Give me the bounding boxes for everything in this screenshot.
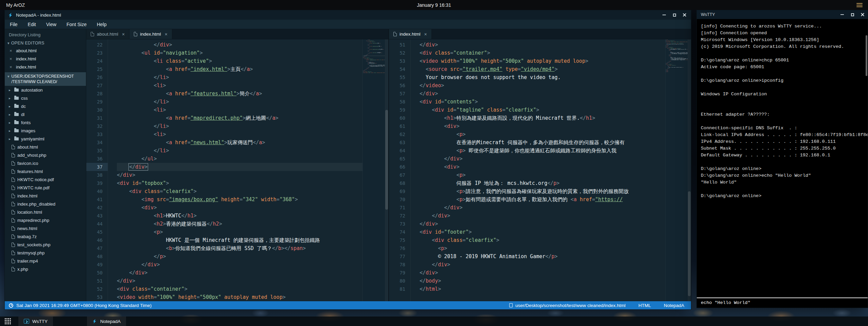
vertical-scrollbar[interactable]	[688, 39, 691, 301]
maximize-button[interactable]	[669, 10, 679, 20]
code-line: </li>	[117, 98, 362, 106]
window-controls	[837, 10, 868, 19]
folder-name: yamlyamlml	[21, 136, 45, 141]
file-icon	[134, 32, 137, 36]
code-line: </div>	[420, 155, 665, 163]
folder-item[interactable]: ▸yamlyamlml	[5, 135, 86, 143]
file-item[interactable]: add_vhost.php	[5, 151, 86, 159]
file-item[interactable]: test_sockets.php	[5, 241, 86, 249]
file-item[interactable]: features.html	[5, 167, 86, 175]
app-launcher-button[interactable]	[0, 317, 16, 326]
folder-item[interactable]: ▸autostation	[5, 86, 86, 94]
line-number: 32	[86, 122, 108, 130]
line-number: 79	[389, 269, 410, 277]
menu-item-edit[interactable]: Edit	[23, 22, 41, 27]
open-editor-item[interactable]: ×about.html	[5, 46, 86, 55]
hamburger-menu-icon[interactable]	[856, 3, 863, 7]
terminal-scrollbar-thumb[interactable]	[866, 35, 867, 76]
code-line: <p>如有問題或需要申請白名單，歡迎加入我們的 <a href="https:/…	[420, 195, 665, 204]
code-line: <div class="clearfix">	[117, 187, 362, 195]
folder-item[interactable]: ▸images	[5, 127, 86, 135]
open-editor-item[interactable]: ×index.html	[5, 55, 86, 63]
file-item[interactable]: teabag.7z	[5, 232, 86, 241]
statusbar-language[interactable]: HTML	[638, 303, 651, 308]
code-line: <a href="features.html">簡介</a>	[117, 90, 362, 98]
scrollbar-thumb[interactable]	[688, 191, 691, 296]
file-name: add_vhost.php	[17, 153, 46, 158]
code-editor[interactable]: </div><div class="container"><video widt…	[411, 39, 665, 301]
scrollbar-thumb[interactable]	[385, 110, 388, 209]
workspace-root-header[interactable]: ▾ USER:/DESKTOP/SCREENSHOT/TEST/WWW CLEA…	[5, 72, 86, 86]
tab-about.html[interactable]: about.html×	[86, 29, 129, 39]
tab-index.html[interactable]: index.html×	[129, 29, 172, 39]
tab-close-icon[interactable]: ×	[122, 32, 125, 37]
grid-icon	[5, 318, 11, 324]
taskbar-item-notepada[interactable]: NotepadA	[87, 317, 126, 326]
file-item[interactable]: index.php_disabled	[5, 200, 86, 208]
line-number: 55	[389, 73, 410, 81]
line-number-gutter: 5152535455565758596061626364656667686970…	[389, 39, 411, 301]
minimize-button[interactable]	[659, 10, 669, 20]
file-item[interactable]: testmysql.php	[5, 249, 86, 257]
file-item[interactable]: index.html	[5, 192, 86, 200]
file-item[interactable]: HKWTC rule.pdf	[5, 184, 86, 192]
tab-index.html[interactable]: index.html×	[389, 29, 432, 39]
file-item[interactable]: about.html	[5, 143, 86, 151]
code-line: <div class="container">	[117, 285, 362, 293]
code-line: <p>	[420, 171, 665, 179]
code-line: 在香港的Minecraft 伺服器中，多為小遊戲和純生存的伺服器，較少擁有	[420, 138, 665, 147]
file-item[interactable]: location.html	[5, 208, 86, 216]
minimap[interactable]: </div> <ul id="navigation"> <li class="a…	[362, 39, 385, 301]
folder-item[interactable]: ▸fonts	[5, 118, 86, 127]
folder-name: autostation	[21, 88, 43, 93]
folder-item[interactable]: ▸dl	[5, 110, 86, 118]
line-number: 51	[86, 277, 108, 285]
minimize-icon	[662, 15, 666, 15]
close-file-icon[interactable]: ×	[10, 48, 14, 53]
close-button[interactable]	[857, 10, 868, 19]
close-button[interactable]	[679, 10, 690, 20]
file-item[interactable]: news.html	[5, 224, 86, 232]
menu-item-file[interactable]: File	[5, 22, 23, 27]
close-file-icon[interactable]: ×	[10, 64, 14, 70]
tab-close-icon[interactable]: ×	[424, 32, 427, 37]
terminal-input[interactable]: echo "Hello World"	[697, 298, 868, 308]
menu-item-help[interactable]: Help	[92, 22, 112, 27]
tab-close-icon[interactable]: ×	[165, 32, 167, 37]
menu-item-view[interactable]: View	[41, 22, 61, 27]
terminal-line	[701, 104, 864, 111]
code-line: <img src="images/box.png" height="342" w…	[117, 195, 362, 204]
file-item[interactable]: mapredirect.php	[5, 216, 86, 224]
line-number: 72	[389, 212, 410, 220]
vertical-scrollbar[interactable]	[385, 39, 388, 301]
aroz-start-button[interactable]: My ArOZ	[0, 2, 31, 8]
folder-item[interactable]: ▸dc	[5, 102, 86, 110]
open-editor-item[interactable]: ×index.html	[5, 63, 86, 71]
minimap[interactable]: </div><div class="container"><video widt…	[665, 39, 688, 301]
taskbar-item-wstty[interactable]: WsTTY	[18, 317, 53, 326]
file-item[interactable]: x.php	[5, 265, 86, 273]
close-file-icon[interactable]: ×	[10, 56, 14, 61]
terminal-line: "Hello World"	[701, 179, 864, 186]
line-number: 45	[86, 228, 108, 236]
file-icon	[91, 32, 94, 36]
line-number: 65	[389, 155, 410, 163]
directory-sidebar: Directory Listing ▾ OPEN EDITORS ×about.…	[5, 29, 86, 301]
terminal-line	[701, 118, 864, 125]
open-editors-header[interactable]: ▾ OPEN EDITORS	[5, 40, 86, 46]
terminal-output[interactable]: [info] Conencting to arozos WsTTY servic…	[697, 19, 868, 298]
code-line: <div class="container">	[420, 49, 665, 57]
maximize-button[interactable]	[847, 10, 857, 19]
notepada-titlebar[interactable]: NotepadA - index.html	[5, 10, 691, 20]
code-line: <video width="100%" height="500px" autop…	[420, 57, 665, 65]
menu-item-font-size[interactable]: Font Size	[61, 22, 92, 27]
code-editor[interactable]: </div> <ul id="navigation"> <li class="a…	[108, 39, 362, 301]
wstty-titlebar[interactable]: WsTTY	[697, 10, 868, 19]
code-line: </div>	[420, 90, 665, 98]
chevron-right-icon: ▸	[9, 113, 12, 116]
file-item[interactable]: HKWTC notice.pdf	[5, 175, 86, 184]
minimize-button[interactable]	[837, 10, 847, 19]
folder-item[interactable]: ▸css	[5, 94, 86, 102]
file-item[interactable]: favicon.ico	[5, 159, 86, 167]
file-item[interactable]: trailer.mp4	[5, 257, 86, 265]
